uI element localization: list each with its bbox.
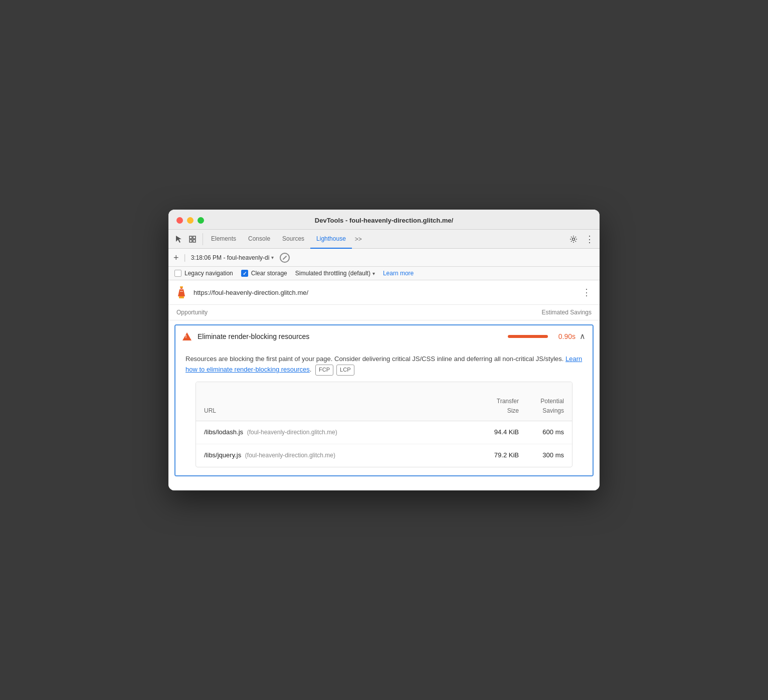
opportunity-table-headers: Opportunity Estimated Savings [168, 305, 600, 320]
svg-rect-1 [193, 236, 196, 239]
opportunity-row: Eliminate render-blocking resources 0.90… [174, 324, 594, 476]
table-row: /libs/jquery.js (foul-heavenly-direction… [196, 444, 572, 467]
opportunity-header[interactable]: Eliminate render-blocking resources 0.90… [175, 325, 593, 347]
more-vert-icon[interactable]: ⋮ [584, 233, 596, 245]
main-content: https://foul-heavenly-direction.glitch.m… [168, 280, 600, 490]
maximize-button[interactable] [198, 217, 204, 224]
clear-storage-checkbox[interactable]: Clear storage [241, 270, 287, 277]
throttling-selector[interactable]: Simulated throttling (default) ▾ [295, 270, 375, 277]
resources-table: URL Transfer Size Potential Savings [196, 382, 572, 467]
inspect-icon[interactable] [186, 233, 199, 245]
resource-transfer-col-1: 94.4 KiB [474, 427, 519, 438]
resources-table-header: URL Transfer Size Potential Savings [196, 382, 572, 422]
tab-sources[interactable]: Sources [276, 230, 310, 249]
traffic-lights [176, 217, 204, 224]
throttling-label-text: Simulated throttling (default) [295, 270, 370, 277]
resource-url-main-1: /libs/lodash.js [204, 428, 243, 436]
minimize-button[interactable] [187, 217, 194, 224]
svg-rect-9 [180, 291, 183, 292]
toolbar-icons [172, 233, 203, 245]
clear-storage-checkbox-box[interactable] [241, 270, 248, 277]
resource-savings-col-1: 600 ms [519, 427, 564, 438]
resource-transfer-col-2: 79.2 KiB [474, 450, 519, 461]
resource-transfer-value-1: 94.4 KiB [494, 428, 519, 436]
svg-rect-2 [189, 240, 192, 242]
savings-bar [508, 335, 548, 338]
chevron-up-icon[interactable]: ∧ [580, 331, 586, 341]
title-bar: DevTools - foul-heavenly-direction.glitc… [168, 210, 600, 230]
tab-lighthouse[interactable]: Lighthouse [310, 230, 352, 249]
svg-rect-0 [189, 236, 192, 239]
tab-elements[interactable]: Elements [205, 230, 242, 249]
resource-savings-value-1: 600 ms [542, 428, 564, 436]
resource-savings-value-2: 300 ms [542, 451, 564, 459]
clear-storage-label: Clear storage [251, 270, 287, 277]
table-row: /libs/lodash.js (foul-heavenly-direction… [196, 421, 572, 444]
svg-marker-7 [178, 289, 185, 296]
resource-url-host-2: (foul-heavenly-direction.glitch.me) [245, 452, 335, 459]
tab-right-icons: ⋮ [567, 233, 596, 245]
opportunity-description: Resources are blocking the first paint o… [185, 354, 583, 375]
resource-url-main-2: /libs/jquery.js [204, 451, 241, 459]
lighthouse-url-text: https://foul-heavenly-direction.glitch.m… [194, 289, 580, 296]
options-bar: Legacy navigation Clear storage Simulate… [168, 267, 600, 280]
throttling-dropdown-icon: ▾ [372, 271, 375, 276]
col-header-savings: Potential Savings [519, 387, 564, 416]
opportunity-header-label: Opportunity [176, 309, 208, 316]
devtools-tabs-bar: Elements Console Sources Lighthouse >> ⋮ [168, 230, 600, 249]
svg-rect-5 [180, 286, 183, 288]
legacy-nav-label: Legacy navigation [184, 270, 233, 277]
savings-value: 0.90s [553, 332, 575, 340]
resource-url-col-2: /libs/jquery.js (foul-heavenly-direction… [204, 450, 474, 461]
gear-icon[interactable] [567, 233, 580, 245]
opportunity-expanded: Resources are blocking the first paint o… [175, 347, 593, 475]
resource-transfer-value-2: 79.2 KiB [494, 451, 519, 459]
close-button[interactable] [176, 217, 183, 224]
col-header-transfer: Transfer Size [474, 387, 519, 416]
svg-rect-6 [180, 288, 182, 289]
svg-rect-3 [193, 240, 196, 242]
current-url-label: 3:18:06 PM - foul-heavenly-di [191, 254, 270, 261]
secondary-toolbar: + | 3:18:06 PM - foul-heavenly-di ▾ [168, 249, 600, 267]
content-area: Eliminate render-blocking resources 0.90… [168, 324, 600, 490]
url-dropdown-icon: ▾ [271, 255, 274, 260]
legacy-nav-checkbox-box[interactable] [174, 270, 181, 277]
resource-url-col-1: /libs/lodash.js (foul-heavenly-direction… [204, 427, 474, 438]
tab-console[interactable]: Console [242, 230, 276, 249]
separator: | [184, 253, 186, 262]
opportunity-title: Eliminate render-blocking resources [198, 332, 508, 340]
stop-icon[interactable] [280, 253, 290, 263]
devtools-window: DevTools - foul-heavenly-direction.glitc… [168, 210, 600, 490]
tabs-more-button[interactable]: >> [352, 232, 365, 247]
add-button[interactable]: + [173, 253, 179, 262]
url-selector[interactable]: 3:18:06 PM - foul-heavenly-di ▾ [191, 254, 274, 261]
svg-rect-8 [179, 296, 184, 298]
resource-savings-col-2: 300 ms [519, 450, 564, 461]
more-options-button[interactable]: ⋮ [580, 286, 594, 299]
legacy-navigation-checkbox[interactable]: Legacy navigation [174, 270, 233, 277]
lighthouse-url-header: https://foul-heavenly-direction.glitch.m… [168, 280, 600, 305]
estimated-savings-header-label: Estimated Savings [542, 309, 592, 316]
window-title: DevTools - foul-heavenly-direction.glitc… [176, 217, 592, 224]
col-header-url: URL [204, 406, 474, 416]
resource-url-host-1: (foul-heavenly-direction.glitch.me) [247, 429, 337, 436]
description-link[interactable]: Learn how to eliminate render-blocking r… [185, 355, 582, 373]
savings-bar-container: 0.90s [508, 332, 575, 340]
warning-icon [182, 332, 191, 340]
cursor-icon[interactable] [172, 233, 184, 245]
learn-more-link[interactable]: Learn more [383, 270, 414, 277]
lighthouse-logo-icon [174, 285, 188, 299]
svg-point-4 [572, 238, 575, 240]
